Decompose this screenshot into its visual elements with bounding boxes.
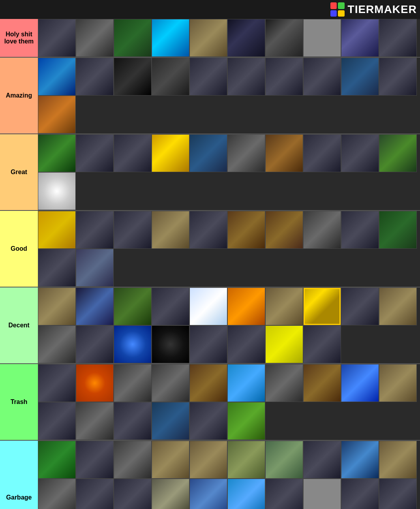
tier-items-good [38,211,420,287]
list-item [265,287,303,325]
list-item [227,364,265,402]
list-item [341,441,379,479]
logo-cell-3 [330,10,337,17]
tier-row-great: Great [0,134,420,211]
tier-label-garbage: Garbage [0,441,38,509]
list-item [303,325,341,363]
list-item [152,134,189,172]
list-item [379,479,417,509]
list-item [38,249,76,287]
tiermaker-text: TiERMAKER [348,3,417,16]
list-item [303,479,341,509]
list-item [76,402,114,440]
tier-label-holy: Holy shit love them [0,19,38,57]
list-item [303,287,341,325]
tier-row-decent: Decent [0,287,420,364]
list-item [303,19,341,57]
list-item [265,441,303,479]
list-item [38,172,76,210]
list-item [76,134,114,172]
header: TiERMAKER [0,0,420,19]
list-item [76,211,114,249]
list-item [189,287,227,325]
list-item [152,58,189,96]
tier-label-amazing: Amazing [0,58,38,133]
list-item [303,134,341,172]
list-item [341,211,379,249]
list-item [38,287,76,325]
list-item [189,364,227,402]
list-item [114,325,152,363]
list-item [189,58,227,96]
list-item [114,58,152,96]
list-item [189,479,227,509]
list-item [379,287,417,325]
list-item [227,19,265,57]
tier-label-trash: Trash [0,364,38,440]
list-item [114,19,152,57]
list-item [379,364,417,402]
list-item [227,134,265,172]
list-item [189,325,227,363]
list-item [227,325,265,363]
list-item [265,325,303,363]
list-item [152,479,189,509]
list-item [152,402,189,440]
list-item [76,325,114,363]
list-item [303,441,341,479]
list-item [114,211,152,249]
list-item [38,441,76,479]
list-item [38,211,76,249]
list-item [341,287,379,325]
list-item [189,211,227,249]
tier-items-garbage [38,441,420,509]
tier-items-trash [38,364,420,440]
list-item [189,402,227,440]
list-item [76,58,114,96]
list-item [152,325,189,363]
list-item [38,19,76,57]
list-item [38,402,76,440]
list-item [341,19,379,57]
list-item [189,134,227,172]
list-item [341,479,379,509]
list-item [152,19,189,57]
list-item [38,134,76,172]
list-item [76,479,114,509]
tier-label-great: Great [0,134,38,210]
list-item [379,134,417,172]
tiermaker-logo: TiERMAKER [330,2,417,17]
list-item [189,441,227,479]
tier-row-holy: Holy shit love them [0,19,420,58]
list-item [189,19,227,57]
list-item [114,479,152,509]
list-item [76,441,114,479]
list-item [265,479,303,509]
list-item [38,96,76,133]
list-item [152,211,189,249]
list-item [379,58,417,96]
list-item [265,211,303,249]
list-item [114,441,152,479]
tier-row-trash: Trash [0,364,420,441]
tier-label-decent: Decent [0,287,38,363]
list-item [227,211,265,249]
list-item [303,58,341,96]
tier-row-garbage: Garbage [0,441,420,509]
tier-items-amazing [38,58,420,133]
list-item [341,134,379,172]
tier-row-amazing: Amazing [0,58,420,134]
list-item [76,364,114,402]
logo-cell-4 [338,10,345,17]
list-item [76,249,114,287]
list-item [38,479,76,509]
list-item [265,58,303,96]
list-item [114,134,152,172]
tier-items-holy [38,19,420,57]
logo-cell-2 [338,2,345,9]
tier-label-good: Good [0,211,38,287]
list-item [227,479,265,509]
list-item [76,287,114,325]
list-item [227,441,265,479]
list-item [227,402,265,440]
